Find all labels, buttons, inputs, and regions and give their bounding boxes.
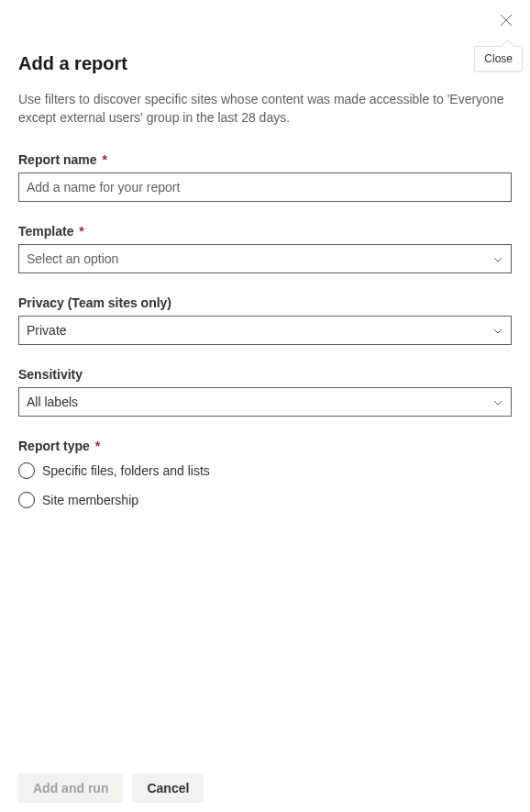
radio-specific-files[interactable]: Specific files, folders and lists xyxy=(18,462,512,479)
cancel-button[interactable]: Cancel xyxy=(132,773,204,803)
close-tooltip: Close xyxy=(474,46,523,72)
privacy-label: Privacy (Team sites only) xyxy=(18,295,512,310)
report-name-label: Report name * xyxy=(18,152,512,167)
close-tooltip-text: Close xyxy=(484,52,513,65)
add-report-panel: Add a report Use filters to discover spe… xyxy=(0,0,530,549)
privacy-select[interactable]: Private xyxy=(18,316,512,345)
page-title: Add a report xyxy=(18,53,512,74)
template-label: Template * xyxy=(18,224,512,239)
report-name-label-text: Report name xyxy=(18,152,97,167)
required-asterisk: * xyxy=(95,439,100,453)
close-button[interactable] xyxy=(495,9,517,31)
chevron-down-icon xyxy=(492,253,503,264)
template-label-text: Template xyxy=(18,224,73,239)
field-template: Template * Select an option xyxy=(18,224,512,273)
field-sensitivity: Sensitivity All labels xyxy=(18,367,512,417)
radio-icon xyxy=(18,492,35,508)
sensitivity-select[interactable]: All labels xyxy=(18,387,512,417)
field-privacy: Privacy (Team sites only) Private xyxy=(18,295,512,345)
radio-label-text: Site membership xyxy=(42,493,138,507)
chevron-down-icon xyxy=(492,325,503,336)
radio-label-text: Specific files, folders and lists xyxy=(42,463,210,478)
report-type-label-text: Report type xyxy=(18,439,90,453)
required-asterisk: * xyxy=(79,224,83,239)
report-type-label: Report type * xyxy=(18,439,512,453)
required-asterisk: * xyxy=(102,152,106,167)
chevron-down-icon xyxy=(492,396,503,407)
page-subtitle: Use filters to discover specific sites w… xyxy=(18,91,512,127)
field-report-name: Report name * xyxy=(18,152,512,202)
template-value: Select an option xyxy=(27,251,118,266)
report-name-input[interactable] xyxy=(18,172,512,202)
footer-actions: Add and run Cancel xyxy=(18,773,204,803)
radio-icon xyxy=(18,462,35,479)
report-type-radio-group: Specific files, folders and lists Site m… xyxy=(18,462,512,508)
template-select[interactable]: Select an option xyxy=(18,244,512,273)
field-report-type: Report type * Specific files, folders an… xyxy=(18,439,512,508)
sensitivity-label: Sensitivity xyxy=(18,367,512,382)
privacy-value: Private xyxy=(27,323,67,338)
close-icon xyxy=(500,14,513,27)
sensitivity-value: All labels xyxy=(27,395,78,409)
radio-site-membership[interactable]: Site membership xyxy=(18,492,512,508)
add-and-run-button[interactable]: Add and run xyxy=(18,773,123,803)
